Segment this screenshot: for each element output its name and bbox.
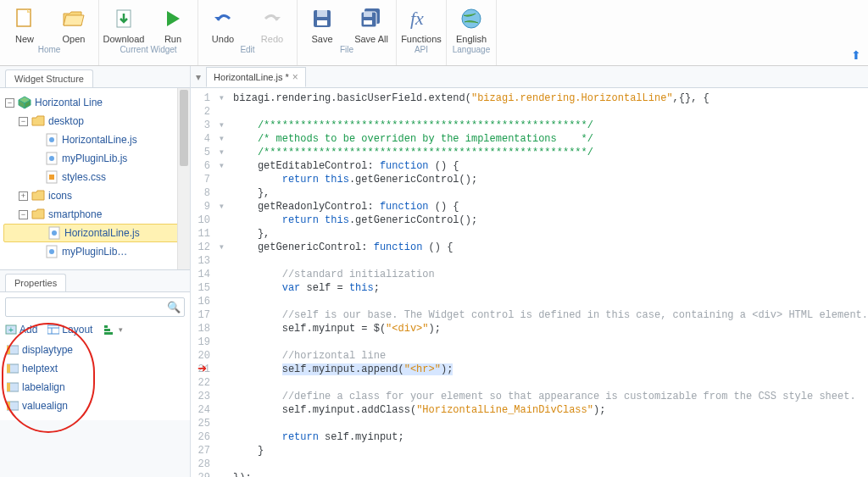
help-arrow-icon[interactable]: ⬆ [851, 48, 861, 62]
ribbon-group-label: Edit [240, 44, 254, 56]
editor-panel-toggle[interactable]: ▾ [191, 71, 206, 83]
tree-item[interactable]: HorizontalLine.js [3, 130, 186, 149]
download-icon [112, 5, 136, 32]
globe-icon [460, 5, 482, 32]
sort-icon [103, 324, 116, 336]
editor-tab[interactable]: HorizontalLine.js * × [206, 67, 306, 87]
new-button[interactable]: New [0, 2, 49, 44]
svg-point-10 [462, 9, 481, 28]
ribbon-group-home: New Open Home [0, 0, 99, 65]
ribbon-toolbar: New Open Home Download Run Current Widge… [0, 0, 868, 66]
redo-button[interactable]: Redo [248, 2, 297, 44]
run-icon [163, 5, 183, 32]
undo-icon [211, 5, 235, 32]
undo-button[interactable]: Undo [198, 2, 248, 44]
svg-rect-23 [47, 325, 59, 334]
ribbon-group-label: Current Widget [120, 44, 176, 56]
property-icon [7, 363, 19, 374]
svg-rect-7 [364, 12, 372, 17]
tree-item[interactable]: −smartphone [3, 205, 186, 224]
js-icon [47, 226, 61, 240]
tree-item[interactable]: +icons [3, 186, 186, 205]
widget-structure-tab[interactable]: Widget Structure [5, 69, 93, 87]
open-folder-icon [61, 5, 86, 32]
css-icon [45, 170, 58, 184]
svg-point-18 [52, 230, 57, 236]
svg-rect-16 [49, 175, 54, 180]
tree-toggle[interactable]: − [5, 98, 14, 108]
cube-icon [18, 96, 31, 109]
save-button[interactable]: Save [298, 2, 347, 44]
layout-button[interactable]: Layout [47, 324, 92, 336]
tree-item[interactable]: myPluginLib.js [3, 149, 186, 168]
svg-rect-8 [364, 20, 372, 25]
tree-item[interactable]: −Horizontal Line [3, 93, 186, 112]
property-item[interactable]: displaytype [7, 341, 185, 359]
redo-icon [260, 5, 284, 32]
svg-text:fx: fx [410, 8, 424, 29]
folder-icon [31, 208, 45, 221]
new-file-icon [14, 5, 36, 32]
download-button[interactable]: Download [99, 2, 148, 44]
add-icon: + [5, 324, 17, 336]
property-icon [7, 382, 19, 392]
svg-rect-4 [317, 20, 327, 25]
folder-icon [31, 189, 45, 202]
code-editor[interactable]: 1 ▾2 3 ▾4 ▾5 ▾6 ▾7 8 9 ▾10 11 12 ▾13 14 … [191, 88, 868, 477]
tree-item[interactable]: myPluginLib… [3, 242, 186, 261]
widget-structure-panel: −Horizontal Line−desktopHorizontalLine.j… [0, 87, 190, 269]
properties-tab[interactable]: Properties [5, 274, 66, 291]
saveall-icon [359, 5, 384, 32]
property-item[interactable]: labelalign [7, 378, 185, 397]
functions-button[interactable]: fx Functions [397, 2, 446, 44]
save-icon [311, 5, 333, 32]
editor-tab-label: HorizontalLine.js * [214, 72, 289, 82]
tree-toggle[interactable]: − [19, 210, 28, 219]
search-icon: 🔍 [167, 301, 181, 313]
language-button[interactable]: English [447, 2, 496, 44]
tree-toggle[interactable]: − [19, 117, 28, 126]
ribbon-group-language: English Language [447, 0, 497, 65]
js-icon [45, 133, 58, 147]
ribbon-group-label: API [415, 44, 428, 56]
svg-rect-27 [104, 329, 110, 331]
ribbon-group-current-widget: Download Run Current Widget [99, 0, 198, 65]
run-button[interactable]: Run [148, 2, 198, 44]
ribbon-group-label: Language [453, 44, 491, 56]
js-icon [45, 152, 58, 165]
svg-point-12 [49, 137, 54, 142]
properties-panel: 🔍 + Add Layout ▾ display [0, 291, 190, 420]
scrollbar[interactable] [177, 88, 190, 269]
ribbon-group-file: Save Save All File [298, 0, 397, 65]
js-icon [45, 245, 58, 258]
svg-rect-28 [104, 332, 113, 335]
svg-text:+: + [8, 325, 14, 335]
property-icon [7, 345, 19, 355]
svg-rect-30 [7, 346, 10, 354]
open-button[interactable]: Open [49, 2, 98, 44]
svg-rect-32 [7, 364, 10, 373]
sort-button[interactable]: ▾ [103, 324, 123, 336]
svg-point-14 [49, 156, 54, 161]
search-input[interactable] [9, 301, 167, 313]
svg-rect-3 [317, 10, 327, 17]
add-property-button[interactable]: + Add [5, 324, 37, 336]
annotation-arrow: ➜ [198, 363, 207, 376]
editor-area: ▾ HorizontalLine.js * × 1 ▾2 3 ▾4 ▾5 ▾6 … [191, 66, 868, 477]
tree-toggle[interactable]: + [19, 191, 28, 201]
svg-rect-26 [104, 325, 108, 328]
tree-item[interactable]: −desktop [3, 112, 186, 130]
ribbon-group-edit: Undo Redo Edit [198, 0, 298, 65]
tree-item[interactable]: HorizontalLine.js [3, 224, 186, 242]
saveall-button[interactable]: Save All [347, 2, 396, 44]
properties-search[interactable]: 🔍 [5, 297, 185, 317]
left-sidebar: Widget Structure −Horizontal Line−deskto… [0, 66, 191, 477]
close-tab-icon[interactable]: × [292, 71, 298, 83]
svg-rect-36 [7, 402, 10, 410]
property-item[interactable]: helptext [7, 359, 185, 378]
property-item[interactable]: valuealign [7, 397, 185, 415]
ribbon-group-api: fx Functions API [397, 0, 447, 65]
ribbon-group-label: Home [38, 44, 61, 56]
layout-icon [47, 324, 59, 335]
tree-item[interactable]: styles.css [3, 168, 186, 186]
